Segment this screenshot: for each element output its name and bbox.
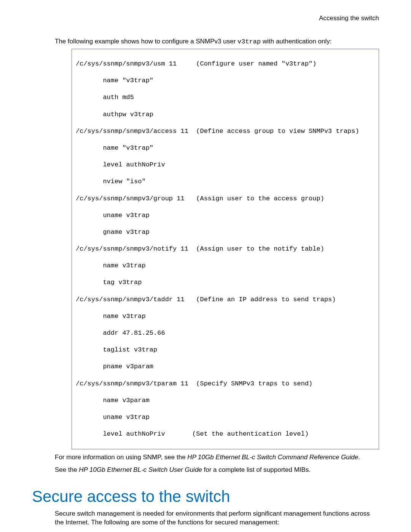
code-line: uname v3trap	[76, 413, 375, 422]
code-line: uname v3trap	[76, 211, 375, 220]
after-code-para-2: See the HP 10Gb Ethernet BL-c Switch Use…	[55, 466, 379, 474]
code-line: name "v3trap"	[76, 144, 375, 152]
intro-suffix: with authentication only:	[261, 38, 331, 45]
code-line: taglist v3trap	[76, 346, 375, 354]
code-line: /c/sys/ssnmp/snmpv3/access 11 (Define ac…	[76, 127, 375, 136]
text: See the	[55, 466, 79, 473]
reference-title: HP 10Gb Ethernet BL-c Switch Command Ref…	[187, 454, 358, 461]
code-line: /c/sys/ssnmp/snmpv3/usm 11 (Configure us…	[76, 60, 375, 68]
code-line: /c/sys/ssnmp/snmpv3/group 11 (Assign use…	[76, 195, 375, 203]
code-line: name "v3trap"	[76, 77, 375, 85]
code-line: name v3trap	[76, 262, 375, 270]
intro-prefix: The following example shows how to confi…	[55, 38, 237, 45]
text: .	[358, 454, 360, 461]
running-header: Accessing the switch	[32, 14, 379, 22]
section-heading: Secure access to the switch	[32, 487, 379, 506]
code-line: /c/sys/ssnmp/snmpv3/notify 11 (Assign us…	[76, 245, 375, 253]
code-block: /c/sys/ssnmp/snmpv3/usm 11 (Configure us…	[72, 49, 379, 449]
after-code-para-1: For more information on using SNMP, see …	[55, 453, 379, 462]
text: for a complete list of supported MIBs.	[202, 466, 311, 473]
section-intro: Secure switch management is needed for e…	[55, 510, 379, 527]
code-line: name v3trap	[76, 312, 375, 321]
intro-paragraph: The following example shows how to confi…	[55, 37, 379, 46]
code-line: /c/sys/ssnmp/snmpv3/tparam 11 (Specify S…	[76, 380, 375, 388]
text: For more information on using SNMP, see …	[55, 454, 187, 461]
code-line: level authNoPriv (Set the authentication…	[76, 430, 375, 438]
code-line: level authNoPriv	[76, 161, 375, 169]
code-line: nview "iso"	[76, 177, 375, 186]
reference-title: HP 10Gb Ethernet BL-c Switch User Guide	[79, 466, 202, 473]
code-line: tag v3trap	[76, 278, 375, 287]
intro-code-user: v3trap	[237, 38, 261, 45]
code-line: name v3param	[76, 396, 375, 405]
document-page: Accessing the switch The following examp…	[0, 0, 411, 532]
code-line: addr 47.81.25.66	[76, 329, 375, 337]
code-line: gname v3trap	[76, 228, 375, 236]
code-line: /c/sys/ssnmp/snmpv3/taddr 11 (Define an …	[76, 296, 375, 304]
code-line: authpw v3trap	[76, 110, 375, 119]
code-line: auth md5	[76, 93, 375, 102]
code-line: pname v3param	[76, 363, 375, 371]
